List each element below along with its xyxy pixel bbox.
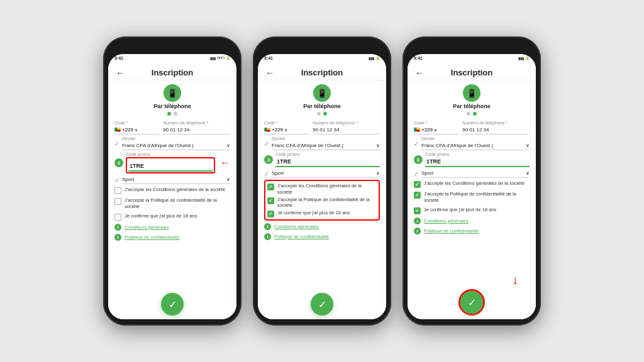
phone-icon-2: 📱 — [313, 84, 331, 102]
sport-select-3[interactable]: Sport ∨ — [421, 169, 530, 178]
check-text-3-0: J'accepte les Conditions générales de la… — [424, 180, 525, 187]
plus229-2: +229 — [272, 127, 283, 133]
checkbox-2-2[interactable] — [267, 211, 274, 217]
devise-select-2[interactable]: Franc CFA d'Afrique de l'Ouest ( ∨ — [272, 141, 380, 150]
code-group-2: Code * 🇧🇯 +229 ∨ — [264, 121, 309, 134]
status-icons-1: ▮▮▮ WiFi 🔋 — [210, 56, 230, 60]
notch-3 — [450, 43, 494, 52]
devise-select-3[interactable]: Franc CFA d'Afrique de l'Ouest ( ∨ — [421, 141, 530, 150]
page-title-3: Inscription — [451, 68, 492, 77]
link-2-0[interactable]: Conditions générales — [274, 224, 318, 229]
back-button-1[interactable]: ← — [116, 68, 125, 78]
link-row-3-0: i Conditions générales — [414, 217, 530, 225]
dot-2-1 — [317, 112, 321, 116]
link-3-0[interactable]: Conditions générales — [424, 218, 468, 224]
flag-1: 🇧🇯 — [114, 127, 121, 133]
info-icon-3-0: i — [414, 217, 421, 224]
dot-3-1 — [467, 112, 470, 116]
checkbox-3-2[interactable] — [414, 207, 421, 214]
checkbox-2-0[interactable] — [267, 184, 274, 190]
check-row-3-0: J'accepte les Conditions générales de la… — [414, 180, 530, 189]
time-3: 9:41 — [414, 56, 423, 60]
submit-button-1[interactable]: ✓ — [161, 293, 184, 315]
check-row-1-1: J'accepte la Politique de confidentialit… — [114, 197, 230, 211]
devise-value-2: Franc CFA d'Afrique de l'Ouest ( — [272, 143, 343, 148]
link-1-1[interactable]: Politique de confidentialité — [125, 234, 179, 240]
submit-highlight-wrapper-3: ✓ — [458, 289, 485, 315]
promo-group-3: Code promo — [425, 152, 530, 167]
devise-select-1[interactable]: Franc CFA d'Afrique de l'Ouest ( ∨ — [122, 141, 230, 150]
step-num-3: 3 — [414, 155, 423, 164]
reg-method-1: 📱 Par téléphone — [108, 80, 236, 118]
sport-chevron-2: ∨ — [376, 170, 380, 176]
info-icon-2-1: i — [264, 233, 271, 240]
devise-label-3: Devise — [421, 136, 530, 141]
code-label-2: Code * — [264, 121, 309, 125]
chevron-1: ∨ — [135, 128, 138, 133]
phone-row-2: Code * 🇧🇯 +229 ∨ Numéro de téléphone * 9… — [264, 121, 380, 134]
checkmark-icon-2: ✓ — [318, 299, 326, 310]
dot-1-active — [167, 112, 171, 116]
link-row-2-0: i Conditions générales — [264, 222, 380, 231]
promo-input-3[interactable] — [425, 157, 530, 167]
promo-label-1: Code promo — [126, 152, 215, 156]
phone-row-3: Code * 🇧🇯 +229 ∨ Numéro de téléphone * 9… — [414, 121, 530, 134]
form-2: Code * 🇧🇯 +229 ∨ Numéro de téléphone * 9… — [258, 118, 386, 290]
promo-row-2: 3 Code promo — [264, 152, 380, 167]
link-row-2-1: i Politique de confidentialité — [264, 233, 380, 241]
promo-row-1: 3 Code promo ← — [114, 152, 230, 173]
link-2-1[interactable]: Politique de confidentialité — [274, 234, 329, 239]
devise-check-1: ✓ — [114, 140, 119, 147]
info-icon-1-0: i — [114, 224, 121, 231]
battery-icon-2: 🔋 — [375, 56, 380, 60]
status-bar-2: 9:41 ▮▮▮ 🔋 — [258, 54, 386, 62]
link-row-1-0: i Conditions générales — [114, 223, 230, 231]
promo-input-2[interactable] — [275, 157, 380, 167]
red-arrow-1: ← — [220, 157, 230, 168]
back-button-3[interactable]: ← — [415, 68, 424, 78]
back-button-2[interactable]: ← — [265, 68, 274, 78]
sport-check-2: ✓ — [264, 170, 269, 177]
checkbox-2-1[interactable] — [267, 197, 274, 204]
checkbox-3-0[interactable] — [414, 181, 421, 188]
step-dots-2 — [317, 112, 327, 116]
chevron-2: ∨ — [284, 128, 287, 133]
app-header-2: ← Inscription — [258, 63, 386, 80]
sport-check-3: ✓ — [414, 170, 419, 177]
dot-2-2 — [323, 112, 327, 116]
sport-label-2: Sport — [272, 170, 284, 176]
link-row-3-1: i Politique de confidentialité — [414, 227, 530, 235]
phone-code-display-2: 🇧🇯 +229 ∨ — [264, 126, 309, 134]
link-3-1[interactable]: Politique de confidentialité — [424, 228, 479, 234]
chevron-devise-3: ∨ — [526, 143, 530, 148]
info-icon-2-0: i — [264, 223, 271, 230]
promo-input-1[interactable] — [128, 162, 213, 172]
status-icons-3: ▮▮▮ 🔋 — [518, 56, 530, 60]
checkbox-1-1[interactable] — [114, 198, 121, 205]
checkbox-3-1[interactable] — [414, 192, 421, 199]
form-1: Code * 🇧🇯 +229 ∨ Numéro de téléphone * 9… — [108, 118, 236, 290]
phone-number-3: 90 01 12 34 — [462, 126, 530, 134]
devise-row-2: ✓ Devise Franc CFA d'Afrique de l'Ouest … — [264, 136, 380, 150]
content-3: 9:41 ▮▮▮ 🔋 ← Inscription 📱 Par téléphone — [408, 54, 536, 319]
submit-button-2[interactable]: ✓ — [311, 293, 333, 315]
phone-number-2: 90 01 12 34 — [313, 126, 380, 134]
code-group-1: Code * 🇧🇯 +229 ∨ — [114, 121, 159, 134]
checkbox-1-2[interactable] — [114, 214, 121, 221]
sport-select-1[interactable]: Sport ∨ — [122, 175, 230, 184]
checkbox-1-0[interactable] — [114, 187, 121, 194]
form-3: Code * 🇧🇯 +229 ∨ Numéro de téléphone * 9… — [408, 118, 536, 287]
check-row-3-2: Je confirme que j'ai plus de 18 ans — [414, 206, 530, 215]
signal-icon: ▮▮▮ — [210, 56, 216, 60]
submit-button-3[interactable]: ✓ — [460, 291, 483, 314]
submit-area-3: ↓ ✓ — [408, 287, 536, 319]
link-1-0[interactable]: Conditions générales — [125, 224, 169, 230]
devise-check-2: ✓ — [264, 140, 269, 147]
reg-label-3: Par téléphone — [453, 103, 491, 109]
link-row-1-1: i Politique de confidentialité — [114, 233, 230, 241]
sport-select-2[interactable]: Sport ∨ — [272, 169, 380, 178]
check-text-3-2: Je confirme que j'ai plus de 18 ans — [424, 207, 496, 213]
phone-body-2: 9:41 ▮▮▮ 🔋 ← Inscription 📱 Par téléphone — [253, 36, 391, 326]
screen-1: 9:41 ▮▮▮ WiFi 🔋 ← Inscription 📱 Par télé… — [108, 54, 236, 319]
status-bar-1: 9:41 ▮▮▮ WiFi 🔋 — [108, 54, 236, 62]
